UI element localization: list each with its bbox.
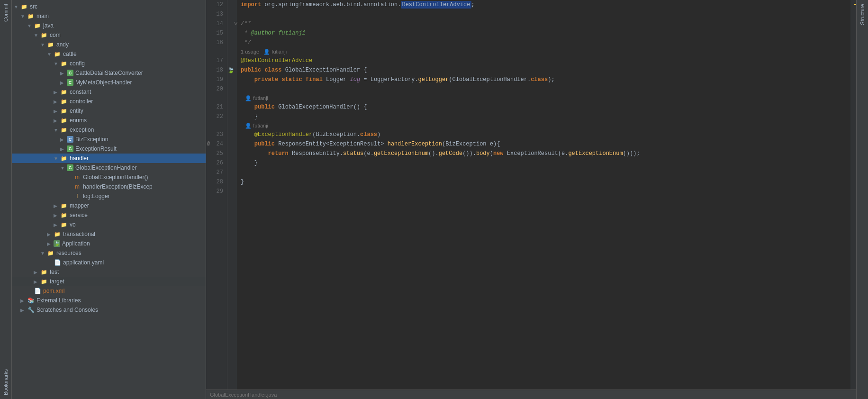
arrow-Application: ▶ (47, 241, 54, 246)
label-test: test (50, 269, 59, 275)
tree-item-constant[interactable]: ▶ 📁 constant (12, 87, 206, 97)
tree-item-src[interactable]: ▼ 📁 src (12, 2, 206, 11)
tree-item-config[interactable]: ▼ 📁 config (12, 59, 206, 68)
tree-item-Application[interactable]: ▶ 🍃 Application (12, 239, 206, 248)
tree-item-com[interactable]: ▼ 📁 com (12, 30, 206, 40)
tree-item-handler[interactable]: ▼ 📁 handler (12, 154, 206, 163)
label-andy: andy (56, 41, 69, 48)
ln-20: 20 (206, 84, 227, 94)
gutter-15 (227, 28, 237, 38)
arrow-config: ▼ (54, 61, 60, 66)
tree-item-mapper[interactable]: ▶ 📁 mapper (12, 201, 206, 210)
tree-item-external-libraries[interactable]: ▶ 📚 External Libraries (12, 296, 206, 305)
arrow-andy: ▼ (40, 42, 47, 47)
gutter-27 (227, 168, 237, 177)
file-tree-panel: ▼ 📁 src ▼ 📁 main ▼ 📁 java ▼ 📁 com ▼ (12, 0, 206, 399)
folder-icon-main: 📁 (27, 12, 35, 20)
tree-item-transactional[interactable]: ▶ 📁 transactional (12, 229, 206, 239)
ln-28: 28 (206, 177, 227, 187)
tree-item-main[interactable]: ▼ 📁 main (12, 11, 206, 21)
code-line-20 (237, 84, 850, 94)
arrow-exception: ▼ (54, 127, 60, 133)
tree-item-test[interactable]: ▶ 📁 test (12, 267, 206, 277)
code-scroll[interactable]: 12 13 14 15 16 17 18 19 20 21 22 23 @ 24… (206, 0, 856, 390)
arrow-controller: ▶ (54, 99, 60, 104)
bookmarks-tab[interactable]: Bookmarks (1, 365, 10, 399)
folder-icon-constant: 📁 (60, 88, 68, 96)
hint-usage: 1 usage 👤 futianji (237, 47, 850, 56)
code-content[interactable]: import org.springframework.web.bind.anno… (237, 0, 850, 390)
scratch-icon: 🔧 (27, 306, 35, 314)
arrow-target: ▶ (34, 279, 40, 284)
ln-16: 16 (206, 38, 227, 47)
folder-icon-resources: 📁 (47, 249, 54, 257)
tree-item-target[interactable]: ▶ 📁 target (12, 277, 206, 286)
label-pom-xml: pom.xml (43, 288, 64, 294)
arrow-BizException: ▶ (60, 137, 67, 142)
tree-item-pom-xml[interactable]: 📄 pom.xml (12, 286, 206, 296)
code-line-22: } (237, 112, 850, 121)
ln-24: @ 24 (206, 139, 227, 149)
arrow-transactional: ▶ (47, 232, 54, 237)
folder-icon-com: 📁 (40, 31, 48, 39)
tree-item-GlobalExceptionHandler[interactable]: ▼ C GlobalExceptionHandler (12, 163, 206, 172)
arrow-src: ▼ (14, 4, 20, 9)
class-icon-CattleDetailStateConverter: C (67, 70, 73, 76)
tree-item-scratches[interactable]: ▶ 🔧 Scratches and Consoles (12, 305, 206, 315)
tree-item-controller[interactable]: ▶ 📁 controller (12, 97, 206, 106)
gutter-12 (227, 0, 237, 9)
label-external-libraries: External Libraries (36, 297, 81, 304)
commit-tab[interactable]: Commit (1, 0, 10, 26)
label-BizException: BizException (75, 136, 108, 143)
arrow-handler: ▼ (54, 156, 60, 161)
ln-29: 29 (206, 187, 227, 196)
tree-item-vo[interactable]: ▶ 📁 vo (12, 220, 206, 229)
gutter-hint3 (227, 121, 237, 130)
tree-item-service[interactable]: ▶ 📁 service (12, 210, 206, 220)
tree-item-cattle[interactable]: ▼ 📁 cattle (12, 49, 206, 59)
arrow-vo: ▶ (54, 222, 60, 227)
code-line-28: } (237, 177, 850, 187)
tree-container: ▼ 📁 src ▼ 📁 main ▼ 📁 java ▼ 📁 com ▼ (12, 0, 206, 399)
tree-item-MyMetaObjectHandler[interactable]: ▶ C MyMetaObjectHandler (12, 78, 206, 87)
folder-icon-andy: 📁 (47, 41, 54, 48)
tree-item-GlobalExceptionHandler-method[interactable]: m GlobalExceptionHandler() (12, 172, 206, 182)
code-line-15: * @author futianji (237, 28, 850, 38)
tree-item-entity[interactable]: ▶ 📁 entity (12, 106, 206, 116)
tree-item-log[interactable]: f log:Logger (12, 191, 206, 201)
label-constant: constant (70, 89, 91, 95)
person-icon-1: 👤 (263, 49, 270, 54)
tree-item-ExceptionResult[interactable]: ▶ C ExceptionResult (12, 144, 206, 154)
label-CattleDetailStateConverter: CattleDetailStateConverter (75, 70, 143, 76)
method-icon-constructor: m (73, 173, 81, 181)
code-line-29 (237, 187, 850, 196)
code-line-25: return ResponseEntity.status(e.getExcept… (237, 149, 850, 158)
gutter-29 (227, 187, 237, 196)
label-service: service (70, 212, 88, 218)
tree-item-application-yaml[interactable]: 📄 application.yaml (12, 258, 206, 267)
structure-tab[interactable]: Structure (858, 0, 867, 29)
gutter-17 (227, 56, 237, 65)
tree-item-exception[interactable]: ▼ 📁 exception (12, 125, 206, 135)
tree-item-andy[interactable]: ▼ 📁 andy (12, 40, 206, 49)
ln-21: 21 (206, 102, 227, 112)
ln-19: 19 (206, 75, 227, 84)
tree-item-enums[interactable]: ▶ 📁 enums (12, 116, 206, 125)
ln-hint2 (206, 94, 227, 102)
label-exception: exception (70, 127, 94, 133)
tree-item-java[interactable]: ▼ 📁 java (12, 21, 206, 30)
folder-icon-config: 📁 (60, 60, 68, 67)
label-mapper: mapper (70, 202, 89, 209)
tree-item-handlerException[interactable]: m handlerException(BizExcep (12, 182, 206, 191)
tree-item-resources[interactable]: ▼ 📁 resources (12, 248, 206, 258)
label-entity: entity (70, 108, 83, 114)
gutter-26 (227, 158, 237, 168)
folder-icon-vo: 📁 (60, 221, 68, 228)
person-icon-3: 👤 (245, 123, 252, 128)
label-cattle: cattle (63, 51, 77, 57)
label-application-yaml: application.yaml (63, 259, 104, 266)
folder-icon-service: 📁 (60, 211, 68, 219)
ln-17: 17 (206, 56, 227, 65)
tree-item-CattleDetailStateConverter[interactable]: ▶ C CattleDetailStateConverter (12, 68, 206, 78)
tree-item-BizException[interactable]: ▶ C BizException (12, 135, 206, 144)
